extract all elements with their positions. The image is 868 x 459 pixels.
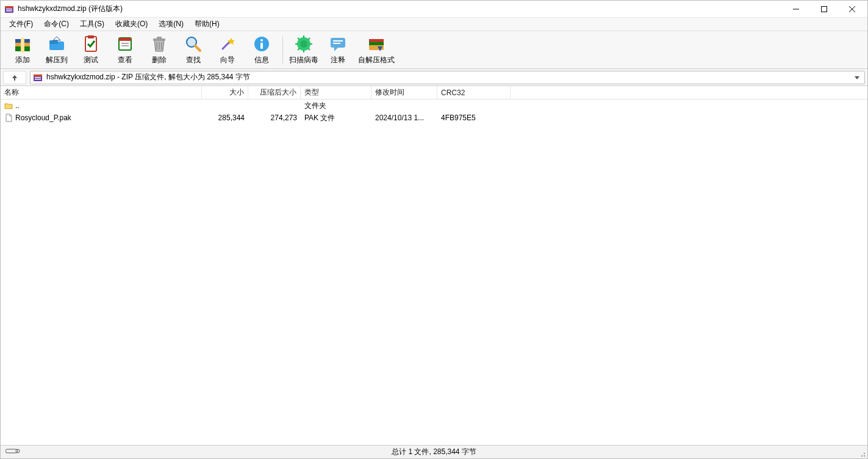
svg-rect-2 <box>6 9 12 10</box>
toolbar-label: 解压到 <box>46 55 68 65</box>
toolbar-label: 注释 <box>331 55 345 65</box>
column-date[interactable]: 修改时间 <box>371 86 437 99</box>
svg-rect-12 <box>85 37 96 51</box>
wand-icon <box>218 34 237 54</box>
file-date: 2024/10/13 1... <box>371 114 437 122</box>
trash-icon <box>149 34 169 54</box>
resize-grip[interactable] <box>859 450 866 458</box>
disk-icon <box>5 447 20 457</box>
svg-rect-13 <box>88 35 94 38</box>
file-type: PAK 文件 <box>301 113 371 123</box>
menu-file[interactable]: 文件(F) <box>4 18 38 31</box>
column-size[interactable]: 大小 <box>202 86 248 99</box>
maximize-button[interactable] <box>810 1 838 18</box>
toolbar-label: 测试 <box>84 55 98 65</box>
toolbar-label: 删除 <box>152 55 167 65</box>
svg-rect-44 <box>369 42 384 45</box>
add-button[interactable]: 添加 <box>5 33 40 67</box>
toolbar-label: 添加 <box>15 55 30 65</box>
info-button[interactable]: 信息 <box>245 33 279 67</box>
toolbar-separator <box>282 37 283 63</box>
wizard-button[interactable]: 向导 <box>210 33 245 67</box>
address-field[interactable]: hshwkzykxdzmod.zip - ZIP 压缩文件, 解包大小为 285… <box>30 71 865 84</box>
file-type: 文件夹 <box>301 101 371 111</box>
folder-up-icon <box>4 101 13 110</box>
column-name[interactable]: 名称 <box>1 86 202 99</box>
svg-rect-48 <box>35 79 41 80</box>
address-text: hshwkzykxdzmod.zip - ZIP 压缩文件, 解包大小为 285… <box>46 72 848 82</box>
file-name: Rosycloud_P.pak <box>15 114 71 122</box>
search-icon <box>184 34 203 54</box>
menu-options[interactable]: 选项(N) <box>154 18 188 31</box>
toolbar-label: 自解压格式 <box>358 55 395 65</box>
menu-tools[interactable]: 工具(S) <box>75 18 109 31</box>
column-header-row: 名称 大小 压缩后大小 类型 修改时间 CRC32 <box>1 86 867 99</box>
status-summary: 总计 1 文件, 285,344 字节 <box>387 446 481 458</box>
toolbar: 添加 解压到 测试 查看 删除 查找 向导 <box>1 31 867 69</box>
list-item-parent[interactable]: .. 文件夹 <box>1 99 867 112</box>
svg-rect-19 <box>157 37 162 39</box>
svg-line-24 <box>195 46 200 51</box>
file-size: 285,344 <box>202 114 248 122</box>
svg-rect-53 <box>864 453 865 454</box>
virus-scan-button[interactable]: 扫描病毒 <box>287 33 321 67</box>
toolbar-label: 查看 <box>118 55 132 65</box>
close-button[interactable] <box>838 1 866 18</box>
svg-line-36 <box>308 48 310 50</box>
menu-bar: 文件(F) 命令(C) 工具(S) 收藏夹(O) 选项(N) 帮助(H) <box>1 18 867 31</box>
info-icon <box>252 34 271 54</box>
column-crc[interactable]: CRC32 <box>437 86 511 99</box>
svg-rect-4 <box>822 6 827 12</box>
archive-icon <box>33 73 43 82</box>
toolbar-label: 查找 <box>186 55 201 65</box>
svg-rect-51 <box>864 455 865 457</box>
list-item[interactable]: Rosycloud_P.pak 285,344 274,273 PAK 文件 2… <box>1 112 867 124</box>
title-bar: hshwkzykxdzmod.zip (评估版本) <box>1 1 867 18</box>
svg-rect-52 <box>861 455 863 457</box>
menu-help[interactable]: 帮助(H) <box>190 18 224 31</box>
svg-rect-46 <box>34 74 42 76</box>
svg-line-37 <box>298 48 299 50</box>
svg-rect-28 <box>260 43 263 49</box>
toolbar-label: 信息 <box>254 55 269 65</box>
virus-icon <box>294 34 314 54</box>
file-crc: 4FB975E5 <box>437 114 511 122</box>
app-icon <box>4 4 14 14</box>
menu-favorites[interactable]: 收藏夹(O) <box>110 18 152 31</box>
svg-rect-9 <box>21 38 24 52</box>
window-title: hshwkzykxdzmod.zip (评估版本) <box>18 4 123 14</box>
comment-icon <box>328 34 348 54</box>
svg-rect-47 <box>35 77 41 78</box>
column-type[interactable]: 类型 <box>301 86 371 99</box>
svg-rect-3 <box>6 10 12 12</box>
column-packed[interactable]: 压缩后大小 <box>248 86 301 99</box>
archive-add-icon <box>13 34 32 54</box>
test-button[interactable]: 测试 <box>74 33 108 67</box>
svg-line-38 <box>308 38 310 40</box>
address-dropdown[interactable] <box>852 71 862 84</box>
file-list[interactable]: .. 文件夹 Rosycloud_P.pak 285,344 274,273 P… <box>1 99 867 445</box>
comment-button[interactable]: 注释 <box>321 33 355 67</box>
svg-rect-1 <box>5 6 13 8</box>
svg-rect-11 <box>49 40 58 44</box>
view-button[interactable]: 查看 <box>108 33 142 67</box>
menu-commands[interactable]: 命令(C) <box>39 18 74 31</box>
sfx-button[interactable]: 自解压格式 <box>355 33 398 67</box>
file-name: .. <box>15 101 20 110</box>
up-button[interactable] <box>3 71 26 84</box>
delete-button[interactable]: 删除 <box>142 33 176 67</box>
address-bar: hshwkzykxdzmod.zip - ZIP 压缩文件, 解包大小为 285… <box>1 69 867 86</box>
sfx-icon <box>367 34 386 54</box>
clipboard-check-icon <box>81 34 101 54</box>
status-left <box>1 446 25 458</box>
extract-button[interactable]: 解压到 <box>40 33 74 67</box>
svg-point-27 <box>260 39 263 42</box>
file-packed: 274,273 <box>248 114 301 122</box>
find-button[interactable]: 查找 <box>176 33 210 67</box>
svg-rect-15 <box>119 38 131 41</box>
file-icon <box>4 114 13 122</box>
status-bar: 总计 1 文件, 285,344 字节 <box>1 445 867 458</box>
toolbar-label: 向导 <box>220 55 235 65</box>
svg-rect-43 <box>369 39 384 42</box>
minimize-button[interactable] <box>782 1 810 18</box>
